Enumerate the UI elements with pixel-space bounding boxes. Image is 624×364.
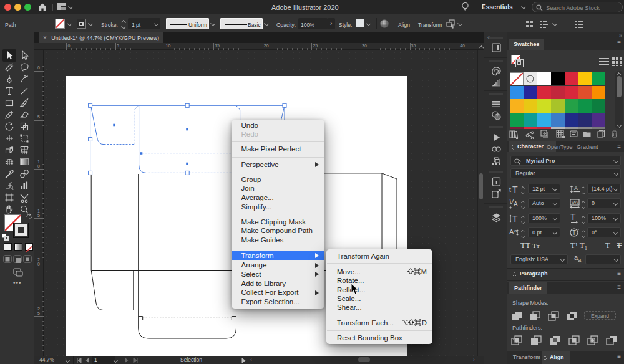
svg-text:t: t (509, 186, 511, 193)
svg-text:A: A (574, 185, 578, 191)
svg-text:A: A (509, 228, 514, 236)
svg-text:VA: VA (572, 199, 578, 206)
svg-text:T: T (512, 184, 518, 194)
svg-text:T: T (512, 214, 518, 224)
svg-text:T: T (572, 229, 576, 236)
svg-text:A: A (514, 201, 518, 208)
svg-text:T: T (570, 213, 576, 222)
